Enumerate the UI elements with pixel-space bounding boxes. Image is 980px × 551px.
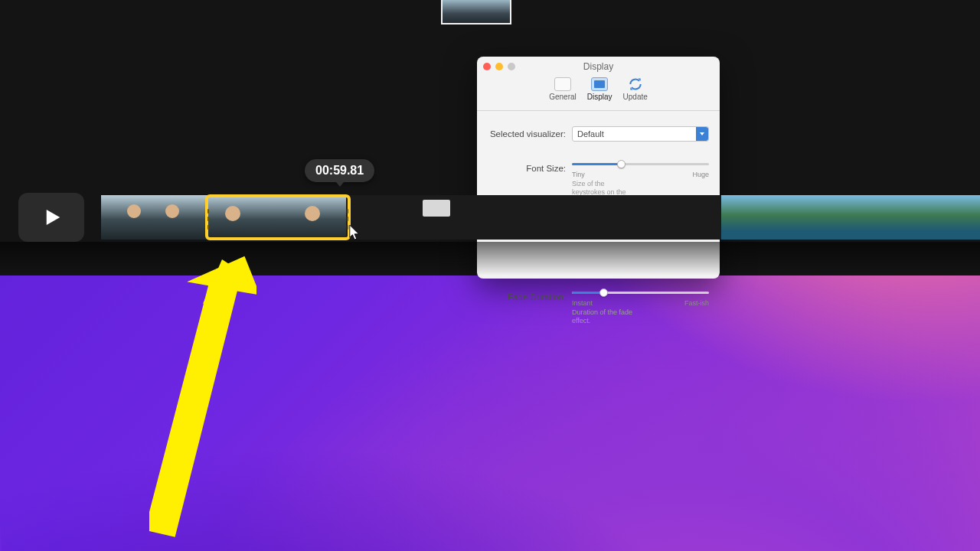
fontsize-slider[interactable] (572, 158, 709, 169)
timeline-frame[interactable] (101, 195, 152, 240)
slider-max: Fast-ish (684, 299, 709, 307)
select-value: Default (577, 129, 604, 139)
timestamp-bubble: 00:59.81 (305, 159, 374, 182)
fade-hint: Duration of the fade effect. (572, 308, 633, 325)
slider-min: Instant (572, 299, 593, 307)
timeline-frame[interactable] (568, 195, 645, 240)
chevron-down-icon (696, 127, 708, 141)
timeline-frame[interactable] (152, 195, 202, 240)
timestamp-value: 00:59.81 (315, 164, 364, 177)
timeline-shadow (0, 242, 980, 276)
visualizer-label: Selected visualizer: (488, 129, 572, 139)
timeline-frame[interactable] (805, 195, 890, 240)
tab-label: Display (587, 93, 612, 101)
slider-min: Tiny (572, 171, 585, 178)
trim-timeline[interactable] (18, 193, 980, 242)
timeline-frames[interactable] (101, 195, 980, 240)
timeline-frame[interactable] (202, 195, 274, 240)
tab-display[interactable]: Display (587, 77, 612, 110)
fade-slider[interactable] (572, 287, 709, 298)
slider-max: Huge (692, 171, 709, 178)
timeline-frame[interactable] (492, 195, 568, 240)
timeline-frame[interactable] (890, 195, 980, 240)
tab-update[interactable]: Update (623, 77, 648, 110)
play-button[interactable] (18, 193, 84, 242)
general-icon (554, 77, 571, 91)
preferences-toolbar: General Display Update (477, 76, 720, 111)
preview-thumbnail[interactable] (441, 0, 511, 24)
play-icon (40, 206, 63, 229)
update-icon (627, 77, 644, 91)
window-titlebar[interactable]: Display (477, 57, 720, 76)
display-icon (591, 77, 608, 91)
fade-label: Fade Duration: (488, 292, 572, 302)
timeline-frame[interactable] (415, 195, 492, 240)
tab-label: Update (623, 93, 648, 101)
tab-general[interactable]: General (549, 77, 577, 110)
tab-label: General (549, 93, 577, 101)
window-title: Display (477, 61, 720, 72)
timeline-frame[interactable] (645, 195, 721, 240)
visualizer-select[interactable]: Default (572, 126, 709, 142)
timeline-frame[interactable] (721, 195, 805, 240)
timeline-frame[interactable] (274, 195, 346, 240)
mouse-cursor-icon (348, 224, 362, 241)
fontsize-label: Font Size: (488, 164, 572, 173)
